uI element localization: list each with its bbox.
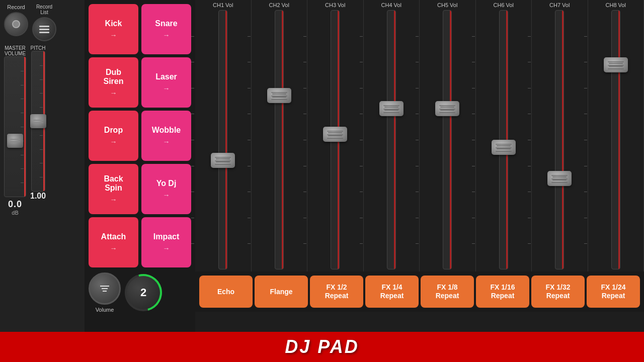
volume-label: Volume: [96, 307, 114, 313]
channel-7-red-line: [562, 11, 564, 269]
pitch-handle[interactable]: [30, 114, 46, 128]
fx-btn-2[interactable]: FX 1/2Repeat: [310, 276, 363, 308]
pad-attach-arrow-icon: →: [110, 244, 117, 252]
channel-8-handle[interactable]: [604, 57, 628, 72]
tempo-knob[interactable]: 2: [125, 274, 162, 311]
main-area: Record RecordList MAST: [0, 0, 644, 332]
master-volume-group: MASTERVOLUME: [4, 45, 26, 216]
channel-7-track: [555, 10, 564, 269]
channel-6: CH6 Vol: [476, 0, 532, 272]
fx-btn-5[interactable]: FX 1/16Repeat: [476, 276, 529, 308]
channel-3-fader[interactable]: [307, 10, 363, 269]
pad-wobble-label: Wobble: [152, 126, 181, 135]
record-controls: Record RecordList: [4, 4, 80, 41]
channel-6-label: CH6 Vol: [494, 2, 514, 8]
mv-pitch-row: MASTERVOLUME: [4, 45, 80, 216]
fx-btn-1[interactable]: Flange: [255, 276, 308, 308]
fx-btn-6[interactable]: FX 1/32Repeat: [531, 276, 585, 308]
pad-back-spin-label: BackSpin: [104, 174, 123, 193]
pad-wobble[interactable]: Wobble →: [141, 111, 191, 161]
fx-btn-0[interactable]: Echo: [199, 276, 253, 308]
pad-row-2: DubSiren → Laser →: [89, 57, 191, 108]
channel-7-handle[interactable]: [547, 171, 572, 186]
channel-8-fader[interactable]: [588, 10, 644, 269]
channel-4-handle[interactable]: [379, 101, 404, 116]
pad-impact[interactable]: Impact →: [141, 217, 191, 267]
pad-kick-label: Kick: [105, 19, 122, 28]
channel-3: CH3 Vol: [307, 0, 364, 272]
pad-drop-arrow-icon: →: [110, 138, 117, 146]
pad-row-5: Attach → Impact →: [89, 217, 191, 267]
channel-5-label: CH5 Vol: [437, 2, 457, 8]
fx-btn-3[interactable]: FX 1/4Repeat: [365, 276, 419, 308]
record-button[interactable]: [4, 12, 28, 36]
pad-back-spin[interactable]: BackSpin →: [89, 164, 138, 214]
volume-knob-container: Volume: [89, 273, 121, 313]
channel-5: CH5 Vol: [420, 0, 476, 272]
channels-top: CH1 VolCH2 VolCH3 VolCH4 VolCH5 VolCH6 V…: [195, 0, 644, 272]
pad-yo-dj-label: Yo Dj: [156, 179, 177, 188]
pad-yo-dj-arrow-icon: →: [163, 191, 170, 199]
channel-6-fader[interactable]: [476, 10, 532, 269]
pitch-value: 1.00: [30, 192, 46, 201]
pad-drop-label: Drop: [104, 126, 123, 135]
pad-laser-label: Laser: [155, 72, 177, 81]
db-unit: dB: [12, 210, 18, 216]
channel-2-handle[interactable]: [267, 88, 291, 103]
channel-5-handle[interactable]: [435, 101, 459, 116]
channel-3-track: [331, 10, 340, 269]
pad-back-spin-arrow-icon: →: [110, 196, 117, 204]
fx-row: EchoFlangeFX 1/2RepeatFX 1/4RepeatFX 1/8…: [195, 272, 644, 312]
master-fader-red-line: [24, 57, 26, 197]
channel-7: CH7 Vol: [532, 0, 588, 272]
pad-row-3: Drop → Wobble →: [89, 111, 191, 161]
pad-laser[interactable]: Laser →: [141, 57, 191, 108]
channel-1-handle[interactable]: [211, 153, 235, 168]
pad-impact-label: Impact: [153, 232, 180, 241]
app-container: Record RecordList MAST: [0, 0, 644, 362]
db-display: 0.0 dB: [8, 199, 22, 216]
channel-4-label: CH4 Vol: [381, 2, 401, 8]
pad-row-4: BackSpin → Yo Dj →: [89, 164, 191, 214]
pads-panel: Kick → Snare → DubSiren → Laser →: [85, 0, 195, 332]
channel-1-track: [218, 10, 227, 269]
channel-5-red-line: [450, 11, 451, 269]
record-dot-icon: [12, 20, 20, 28]
channel-1-red-line: [225, 11, 227, 269]
channel-6-handle[interactable]: [492, 140, 516, 155]
channel-3-handle[interactable]: [323, 127, 347, 142]
channel-1: CH1 Vol: [195, 0, 252, 272]
pad-dub-siren-arrow-icon: →: [110, 89, 117, 97]
record-label: Record: [7, 4, 25, 10]
channel-7-fader[interactable]: [532, 10, 588, 269]
record-list-label: RecordList: [36, 4, 52, 15]
fx-btn-4[interactable]: FX 1/8Repeat: [421, 276, 474, 308]
pad-dub-siren[interactable]: DubSiren →: [89, 57, 138, 108]
channel-1-fader[interactable]: [195, 10, 251, 269]
pad-attach[interactable]: Attach →: [89, 217, 138, 267]
channel-3-label: CH3 Vol: [325, 2, 345, 8]
master-volume-handle[interactable]: [7, 134, 23, 148]
channel-5-fader[interactable]: [420, 10, 475, 269]
channel-4-fader[interactable]: [364, 10, 420, 269]
record-btn-group: Record: [4, 4, 28, 36]
pad-kick[interactable]: Kick →: [89, 4, 138, 54]
channel-1-label: CH1 Vol: [213, 2, 233, 8]
pad-drop[interactable]: Drop →: [89, 111, 138, 161]
pad-snare[interactable]: Snare →: [141, 4, 191, 54]
record-list-btn-group: RecordList: [32, 4, 56, 41]
pitch-fader[interactable]: [31, 51, 45, 192]
footer-title: DJ PAD: [285, 336, 359, 357]
pad-yo-dj[interactable]: Yo Dj →: [141, 164, 191, 214]
volume-knob[interactable]: [89, 273, 121, 305]
pad-attach-label: Attach: [101, 232, 126, 241]
pitch-fader-track: [31, 51, 45, 192]
record-list-button[interactable]: [32, 17, 56, 41]
master-volume-fader[interactable]: [4, 56, 26, 197]
fx-btn-7[interactable]: FX 1/24Repeat: [587, 276, 640, 308]
channel-2-fader[interactable]: [252, 10, 307, 269]
pad-snare-label: Snare: [155, 19, 177, 28]
channel-2: CH2 Vol: [252, 0, 308, 272]
channel-8: CH8 Vol: [588, 0, 645, 272]
channel-7-label: CH7 Vol: [549, 2, 570, 8]
